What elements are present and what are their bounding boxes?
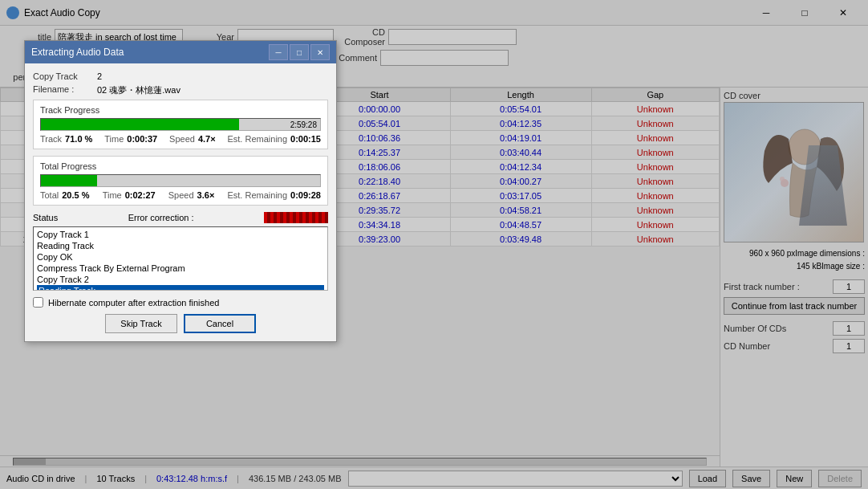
total-time-stat: Time 0:02:27 <box>103 190 156 200</box>
log-item: Reading Track <box>37 240 324 251</box>
total-progress-bar <box>40 174 321 187</box>
total-pct: 20.5 % <box>62 190 89 200</box>
hibernate-checkbox[interactable] <box>33 297 43 308</box>
total-time-label: Time <box>103 190 122 200</box>
error-indicator <box>264 212 328 223</box>
dialog-title-text: Extracting Audio Data <box>31 47 269 58</box>
skip-track-button[interactable]: Skip Track <box>105 314 177 333</box>
total-stat: Total 20.5 % <box>40 190 90 200</box>
dialog-buttons: Skip Track Cancel <box>33 314 328 333</box>
track-progress-stats: Track 71.0 % Time 0:00:37 Speed 4.7× Est… <box>40 134 321 144</box>
copy-track-row: Copy Track 2 <box>33 71 328 81</box>
time-label: Time <box>104 134 124 144</box>
total-time-value: 0:02:27 <box>125 190 156 200</box>
log-item: Copy OK <box>37 251 324 263</box>
log-item: Copy Track 2 <box>37 274 324 285</box>
speed-stat: Speed 4.7× <box>169 134 216 144</box>
total-est-label: Est. Remaining <box>227 190 287 200</box>
total-progress-group: Total Progress Total 20.5 % Time 0:02:27… <box>33 156 328 206</box>
total-speed-value: 3.6× <box>197 190 215 200</box>
log-item: Copy Track 1 <box>37 229 324 240</box>
total-progress-label: Total Progress <box>40 161 321 171</box>
status-section: Status Error correction : Copy Track 1 R… <box>33 212 328 291</box>
dialog-minimize-btn[interactable]: ─ <box>269 44 288 60</box>
dialog-body: Copy Track 2 Filename : 02 魂夢・林憶蓮.wav Tr… <box>25 63 336 341</box>
total-est-value: 0:09:28 <box>290 190 321 200</box>
est-stat: Est. Remaining 0:00:15 <box>227 134 321 144</box>
total-progress-stats: Total 20.5 % Time 0:02:27 Speed 3.6× Est… <box>40 190 321 200</box>
dialog-title-bar: Extracting Audio Data ─ □ ✕ <box>25 41 336 63</box>
copy-track-label: Copy Track <box>33 71 97 81</box>
filename-row: Filename : 02 魂夢・林憶蓮.wav <box>33 84 328 96</box>
cancel-button[interactable]: Cancel <box>184 314 256 333</box>
total-progress-fill <box>41 175 97 186</box>
status-header: Status Error correction : <box>33 212 328 223</box>
status-log: Copy Track 1 Reading Track Copy OK Compr… <box>33 226 328 291</box>
copy-track-value: 2 <box>97 71 102 81</box>
time-stat: Time 0:00:37 <box>104 134 157 144</box>
status-label: Status <box>33 213 58 222</box>
total-speed-label: Speed <box>168 190 194 200</box>
track-progress-time: 2:59:28 <box>290 119 317 132</box>
log-item: Reading Track <box>37 285 324 291</box>
dialog-maximize-btn[interactable]: □ <box>290 44 309 60</box>
total-speed-stat: Speed 3.6× <box>168 190 215 200</box>
hibernate-label: Hibernate computer after extraction fini… <box>48 298 219 308</box>
est-value: 0:00:15 <box>290 134 321 144</box>
extraction-dialog: Extracting Audio Data ─ □ ✕ Copy Track 2… <box>24 40 337 342</box>
track-progress-label: Track Progress <box>40 105 321 115</box>
hibernate-row: Hibernate computer after extraction fini… <box>33 297 328 308</box>
log-item: Compress Track By External Program <box>37 263 324 274</box>
error-correction-label: Error correction : <box>128 213 194 222</box>
track-pct: 71.0 % <box>65 134 92 144</box>
filename-value: 02 魂夢・林憶蓮.wav <box>97 84 180 96</box>
track-label: Track <box>40 134 62 144</box>
speed-value: 4.7× <box>198 134 216 144</box>
dialog-title-controls: ─ □ ✕ <box>269 44 330 60</box>
track-progress-bar: 2:59:28 <box>40 118 321 131</box>
track-progress-group: Track Progress 2:59:28 Track 71.0 % Time… <box>33 100 328 149</box>
dialog-overlay: Extracting Audio Data ─ □ ✕ Copy Track 2… <box>0 0 868 489</box>
track-progress-fill <box>41 119 239 130</box>
filename-label: Filename : <box>33 84 97 96</box>
total-est-stat: Est. Remaining 0:09:28 <box>227 190 321 200</box>
time-value: 0:00:37 <box>127 134 157 144</box>
track-stat: Track 71.0 % <box>40 134 92 144</box>
speed-label: Speed <box>169 134 195 144</box>
est-label: Est. Remaining <box>227 134 287 144</box>
total-label: Total <box>40 190 59 200</box>
dialog-close-btn[interactable]: ✕ <box>310 44 330 60</box>
